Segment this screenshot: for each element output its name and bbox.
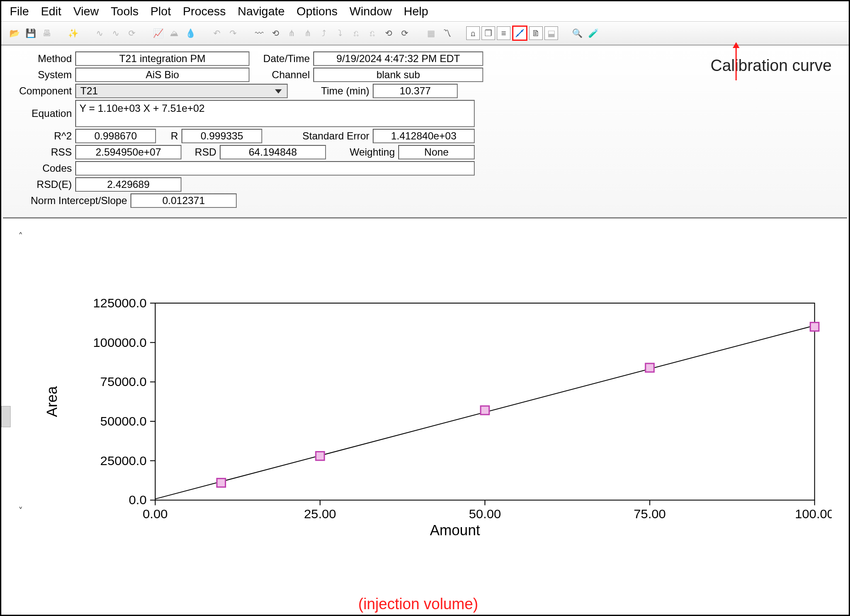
process2-icon[interactable]: ⟲ bbox=[268, 26, 283, 40]
menu-window[interactable]: Window bbox=[349, 5, 392, 18]
data-point[interactable] bbox=[316, 452, 324, 460]
weighting-field: None bbox=[398, 145, 475, 159]
undo-icon[interactable]: ↶ bbox=[210, 26, 224, 40]
calibration-curve-button[interactable] bbox=[512, 26, 527, 41]
injection-volume-note: (injection volume) bbox=[358, 595, 478, 613]
svg-marker-4 bbox=[733, 42, 740, 48]
data-point[interactable] bbox=[481, 406, 489, 414]
data-point[interactable] bbox=[810, 323, 819, 331]
x-tick: 75.00 bbox=[634, 507, 666, 521]
component-select[interactable]: T21 bbox=[75, 84, 288, 98]
process8-icon[interactable]: ⎌ bbox=[365, 26, 380, 40]
scroll-down-icon[interactable]: ˅ bbox=[18, 506, 23, 517]
process5-icon[interactable]: ⤴ bbox=[317, 26, 331, 40]
svg-point-1 bbox=[517, 34, 518, 36]
method-field: T21 integration PM bbox=[75, 51, 249, 66]
norm-label: Norm Intercept/Slope bbox=[11, 195, 130, 207]
rss-label: RSS bbox=[11, 146, 75, 158]
data-point[interactable] bbox=[646, 363, 654, 372]
wand-icon[interactable]: ✨ bbox=[66, 26, 80, 40]
process9-icon[interactable]: ⟲ bbox=[381, 26, 396, 40]
refresh-icon[interactable]: ⟳ bbox=[125, 26, 139, 40]
process7-icon[interactable]: ⎌ bbox=[349, 26, 363, 40]
norm-field: 0.012371 bbox=[130, 193, 237, 208]
inspect-icon[interactable]: 🔍 bbox=[570, 26, 584, 40]
weighting-label: Weighting bbox=[326, 146, 398, 158]
y-tick: 25000.0 bbox=[100, 454, 147, 468]
menu-view[interactable]: View bbox=[73, 5, 99, 18]
chart-panel: ˄ ˅ 0.025000.050000.075000.0100000.01250… bbox=[1, 219, 849, 615]
peak-icon[interactable]: ⛰ bbox=[167, 26, 181, 40]
equation-field: Y = 1.10e+03 X + 7.51e+02 bbox=[75, 100, 475, 127]
component-label: Component bbox=[11, 85, 75, 97]
view-peak-icon[interactable]: ⩍ bbox=[466, 26, 480, 40]
x-tick: 25.00 bbox=[304, 507, 336, 521]
rsde-field: 2.429689 bbox=[75, 177, 181, 192]
datetime-field: 9/19/2024 4:47:32 PM EDT bbox=[313, 51, 483, 66]
view-copy-icon[interactable]: ❐ bbox=[482, 26, 495, 40]
calibration-chart[interactable]: 0.025000.050000.075000.0100000.0125000.0… bbox=[27, 223, 832, 615]
system-label: System bbox=[11, 69, 75, 81]
stderr-label: Standard Error bbox=[262, 130, 373, 142]
process1-icon[interactable]: 〰 bbox=[252, 26, 266, 40]
menu-navigate[interactable]: Navigate bbox=[238, 5, 285, 18]
rsde-label: RSD(E) bbox=[11, 179, 75, 190]
save-icon[interactable]: 💾 bbox=[23, 26, 38, 40]
process10-icon[interactable]: ⟳ bbox=[397, 26, 412, 40]
r-label: R bbox=[156, 130, 181, 142]
time-label: Time (min) bbox=[288, 85, 373, 97]
wave2-icon[interactable]: ∿ bbox=[108, 26, 123, 40]
wave1-icon[interactable]: ∿ bbox=[92, 26, 107, 40]
equation-label: Equation bbox=[11, 108, 75, 119]
menu-process[interactable]: Process bbox=[183, 5, 226, 18]
codes-label: Codes bbox=[11, 162, 75, 174]
view-hist-icon[interactable]: ⬓ bbox=[544, 26, 558, 40]
menu-help[interactable]: Help bbox=[404, 5, 428, 18]
grid-icon[interactable]: ▦ bbox=[424, 26, 438, 40]
print-icon[interactable]: 🖶 bbox=[40, 26, 54, 40]
r2-field: 0.998670 bbox=[75, 129, 156, 143]
menu-options[interactable]: Options bbox=[297, 5, 338, 18]
menubar: File Edit View Tools Plot Process Naviga… bbox=[1, 1, 849, 22]
datetime-label: Date/Time bbox=[249, 53, 313, 65]
scroll-up-icon[interactable]: ˄ bbox=[18, 231, 23, 242]
splitter-grip[interactable] bbox=[1, 406, 11, 427]
method-label: Method bbox=[11, 53, 75, 65]
svg-rect-5 bbox=[155, 303, 814, 500]
x-tick: 50.00 bbox=[469, 507, 501, 521]
drop-icon[interactable]: 💧 bbox=[183, 26, 198, 40]
rsd-field: 64.194848 bbox=[220, 145, 326, 159]
toolbar: 📂 💾 🖶 ✨ ∿ ∿ ⟳ 📈 ⛰ 💧 ↶ ↷ 〰 ⟲ ⋔ ⋔ ⤴ ⤵ ⎌ ⎌ … bbox=[1, 22, 849, 45]
chart-icon[interactable]: 📈 bbox=[151, 26, 165, 40]
channel-label: Channel bbox=[249, 69, 313, 81]
stderr-field: 1.412840e+03 bbox=[373, 129, 475, 143]
menu-file[interactable]: File bbox=[10, 5, 29, 18]
x-tick: 100.00 bbox=[795, 507, 832, 521]
x-axis-label: Amount bbox=[430, 522, 480, 538]
menu-plot[interactable]: Plot bbox=[150, 5, 171, 18]
r-field: 0.999335 bbox=[181, 129, 262, 143]
y-axis-label: Area bbox=[44, 386, 60, 417]
vial-icon[interactable]: 🧪 bbox=[586, 26, 601, 40]
redo-icon[interactable]: ↷ bbox=[226, 26, 240, 40]
x-tick: 0.00 bbox=[143, 507, 168, 521]
r2-label: R^2 bbox=[11, 130, 75, 142]
menu-edit[interactable]: Edit bbox=[41, 5, 61, 18]
time-field: 10.377 bbox=[373, 84, 458, 98]
process6-icon[interactable]: ⤵ bbox=[333, 26, 347, 40]
channel-field: blank sub bbox=[313, 68, 483, 82]
y-tick: 100000.0 bbox=[93, 335, 147, 349]
view-list-icon[interactable]: ≡ bbox=[497, 26, 510, 40]
process3-icon[interactable]: ⋔ bbox=[284, 26, 299, 40]
view-doc-icon[interactable]: 🗎 bbox=[529, 26, 543, 40]
callout-arrow-icon bbox=[728, 42, 745, 85]
data-point[interactable] bbox=[217, 479, 225, 487]
open-icon[interactable]: 📂 bbox=[7, 26, 22, 40]
svg-point-2 bbox=[521, 30, 523, 32]
rsd-label: RSD bbox=[181, 146, 220, 158]
overlay-icon[interactable]: 〽 bbox=[440, 26, 454, 40]
menu-tools[interactable]: Tools bbox=[111, 5, 139, 18]
y-tick: 75000.0 bbox=[100, 375, 147, 389]
process4-icon[interactable]: ⋔ bbox=[300, 26, 315, 40]
codes-field bbox=[75, 161, 475, 176]
